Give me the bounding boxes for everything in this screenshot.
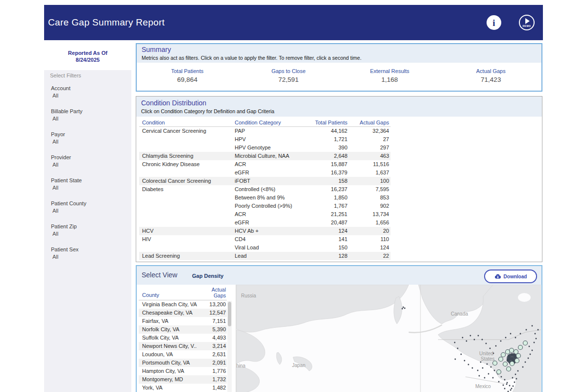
list-item[interactable]: Portsmouth City, VA2,091: [139, 359, 227, 367]
map-dot[interactable]: [504, 379, 506, 381]
table-row[interactable]: HCVHCV Ab +12420: [139, 227, 391, 235]
map-dot[interactable]: [490, 348, 491, 349]
gap-density-map[interactable]: RussiahinaJapanCanadaUnitedStatesMexico: [236, 285, 541, 392]
table-row[interactable]: Chronic Kidney DiseaseACR15,88711,516: [139, 160, 391, 169]
map-dot[interactable]: [455, 359, 456, 360]
list-item[interactable]: Montgomery, MD1,732: [139, 375, 227, 384]
map-dot[interactable]: [522, 367, 524, 368]
table-row[interactable]: HPV Genotype390297: [139, 144, 391, 152]
info-button[interactable]: i: [487, 15, 501, 30]
table-row[interactable]: Chlamydia ScreeningMicrobial Culture, NA…: [139, 152, 391, 160]
list-item[interactable]: Hampton City, VA1,776: [139, 367, 227, 375]
map-dot[interactable]: [478, 335, 479, 337]
map-dot[interactable]: [402, 308, 403, 310]
map-dot[interactable]: [530, 354, 531, 355]
map-gap-bubble[interactable]: [507, 367, 511, 371]
filter-value-dropdown[interactable]: All: [52, 139, 131, 145]
list-item[interactable]: York, VA1,482: [139, 384, 227, 392]
map-dot[interactable]: [474, 339, 475, 341]
map-cluster-dot[interactable]: [508, 357, 511, 360]
map-dot[interactable]: [503, 385, 504, 386]
map-dot[interactable]: [487, 364, 488, 365]
metric-gaps-to-close[interactable]: Gaps to Close72,591: [238, 68, 340, 83]
table-row[interactable]: Poorly Controlled (>9%)1,767902: [139, 202, 391, 210]
list-item[interactable]: Fairfax, VA7,151: [139, 317, 227, 325]
map-dot[interactable]: [470, 335, 471, 337]
table-row[interactable]: DiabetesControlled (<8%)16,2377,595: [139, 185, 391, 194]
map-dot[interactable]: [468, 364, 469, 366]
map-gap-bubble[interactable]: [493, 361, 497, 366]
filter-value-dropdown[interactable]: All: [52, 162, 131, 168]
list-item[interactable]: Newport News City, V..3,214: [139, 342, 227, 350]
filter-value-dropdown[interactable]: All: [52, 208, 131, 214]
map-dot[interactable]: [532, 325, 533, 327]
map-dot[interactable]: [488, 373, 490, 375]
map-dot[interactable]: [506, 384, 508, 385]
map-dot[interactable]: [535, 333, 536, 335]
list-item[interactable]: Norfolk City, VA5,390: [139, 325, 227, 334]
map-dot[interactable]: [510, 390, 512, 391]
county-scrollbar-thumb[interactable]: [228, 302, 231, 326]
map-dot[interactable]: [516, 378, 517, 380]
map-dot[interactable]: [509, 385, 511, 387]
map-dot[interactable]: [513, 386, 514, 387]
map-dot[interactable]: [511, 388, 513, 390]
map-dot[interactable]: [490, 367, 492, 368]
table-row[interactable]: eGFR16,3791,637: [139, 169, 391, 177]
map-dot[interactable]: [501, 376, 502, 378]
map-gap-bubble[interactable]: [516, 354, 521, 358]
map-dot[interactable]: [472, 368, 473, 369]
list-item[interactable]: Suffolk City, VA4,493: [139, 334, 227, 342]
map-dot[interactable]: [528, 358, 529, 359]
map-dot[interactable]: [532, 350, 533, 351]
map-dot[interactable]: [462, 337, 464, 339]
filter-value-dropdown[interactable]: All: [52, 185, 131, 191]
map-dot[interactable]: [477, 370, 479, 371]
table-row[interactable]: ACR21,25113,734: [139, 210, 391, 219]
map-dot[interactable]: [494, 370, 495, 371]
map-gap-bubble[interactable]: [501, 353, 506, 357]
map-dot[interactable]: [500, 341, 502, 342]
map-dot[interactable]: [507, 382, 508, 384]
list-item[interactable]: Loudoun, VA2,631: [139, 350, 227, 359]
table-row[interactable]: Between 8% and 9%1,850853: [139, 194, 391, 202]
map-dot[interactable]: [484, 377, 486, 379]
map-dot[interactable]: [461, 354, 462, 355]
map-dot[interactable]: [526, 329, 527, 331]
map-dot[interactable]: [534, 342, 535, 343]
map-dot[interactable]: [510, 333, 512, 335]
map-dot[interactable]: [504, 388, 506, 390]
map-dot[interactable]: [457, 348, 459, 349]
table-row[interactable]: Cervical Cancer ScreeningPAP44,16232,364: [139, 127, 391, 135]
map-dot[interactable]: [512, 377, 514, 379]
table-row[interactable]: HIVCD4141110: [139, 235, 391, 244]
map-gap-bubble[interactable]: [499, 357, 503, 362]
map-dot[interactable]: [482, 339, 483, 341]
list-item[interactable]: Virginia Beach City, VA13,200: [139, 300, 227, 309]
metric-actual-gaps[interactable]: Actual Gaps71,423: [441, 68, 542, 83]
table-row[interactable]: Colorectal Cancer ScreeningiFOBT158100: [139, 177, 391, 185]
demo-button[interactable]: DEMO: [519, 15, 535, 30]
map-dot[interactable]: [536, 338, 537, 340]
map-dot[interactable]: [479, 375, 480, 377]
map-dot[interactable]: [495, 345, 497, 347]
gap-density-view-tab[interactable]: Gap Density: [192, 273, 223, 279]
map-gap-bubble[interactable]: [515, 359, 519, 363]
map-dot[interactable]: [515, 374, 516, 375]
table-row[interactable]: HPV1,72127: [139, 135, 391, 144]
map-dot[interactable]: [514, 382, 515, 383]
filter-value-dropdown[interactable]: All: [52, 93, 131, 98]
map-gap-bubble[interactable]: [510, 348, 514, 353]
map-dot[interactable]: [404, 308, 406, 309]
map-dot[interactable]: [498, 381, 500, 383]
map-dot[interactable]: [480, 362, 482, 363]
map-gap-bubble[interactable]: [503, 362, 508, 367]
filter-value-dropdown[interactable]: All: [52, 231, 131, 237]
map-dot[interactable]: [493, 353, 494, 354]
map-dot[interactable]: [529, 346, 530, 347]
map-dot[interactable]: [538, 329, 539, 331]
map-gap-bubble[interactable]: [497, 370, 501, 374]
map-dot[interactable]: [466, 341, 467, 342]
map-dot[interactable]: [505, 337, 507, 339]
map-dot[interactable]: [486, 343, 487, 344]
